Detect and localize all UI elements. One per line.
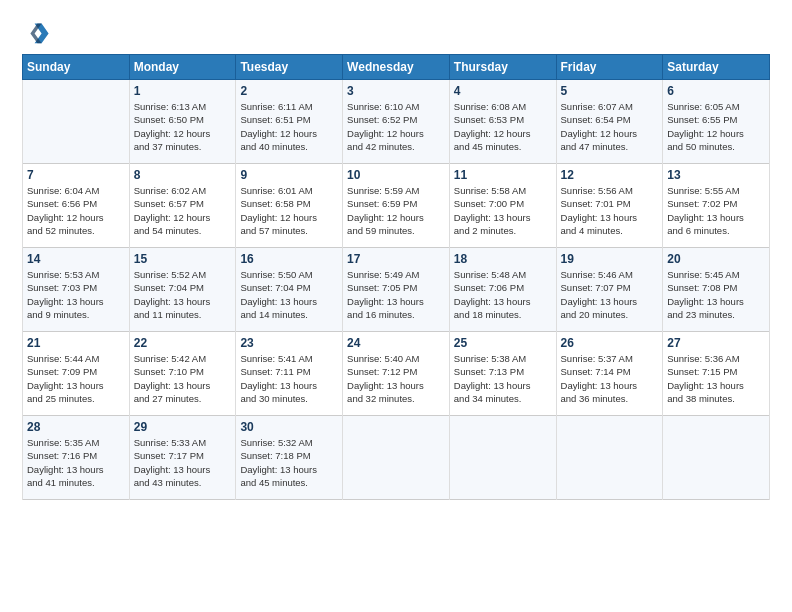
calendar-cell: 9Sunrise: 6:01 AM Sunset: 6:58 PM Daylig… [236,164,343,248]
calendar-cell: 22Sunrise: 5:42 AM Sunset: 7:10 PM Dayli… [129,332,236,416]
calendar-cell: 24Sunrise: 5:40 AM Sunset: 7:12 PM Dayli… [343,332,450,416]
day-info: Sunrise: 5:44 AM Sunset: 7:09 PM Dayligh… [27,352,125,405]
day-number: 2 [240,84,338,98]
day-info: Sunrise: 5:52 AM Sunset: 7:04 PM Dayligh… [134,268,232,321]
day-info: Sunrise: 5:49 AM Sunset: 7:05 PM Dayligh… [347,268,445,321]
day-number: 5 [561,84,659,98]
calendar-cell: 1Sunrise: 6:13 AM Sunset: 6:50 PM Daylig… [129,80,236,164]
day-number: 23 [240,336,338,350]
day-number: 28 [27,420,125,434]
logo [22,18,54,46]
week-row-4: 28Sunrise: 5:35 AM Sunset: 7:16 PM Dayli… [23,416,770,500]
calendar-cell: 3Sunrise: 6:10 AM Sunset: 6:52 PM Daylig… [343,80,450,164]
calendar-cell: 28Sunrise: 5:35 AM Sunset: 7:16 PM Dayli… [23,416,130,500]
day-number: 25 [454,336,552,350]
day-info: Sunrise: 5:58 AM Sunset: 7:00 PM Dayligh… [454,184,552,237]
calendar-cell: 25Sunrise: 5:38 AM Sunset: 7:13 PM Dayli… [449,332,556,416]
day-info: Sunrise: 6:05 AM Sunset: 6:55 PM Dayligh… [667,100,765,153]
day-info: Sunrise: 5:38 AM Sunset: 7:13 PM Dayligh… [454,352,552,405]
day-info: Sunrise: 5:32 AM Sunset: 7:18 PM Dayligh… [240,436,338,489]
day-info: Sunrise: 6:11 AM Sunset: 6:51 PM Dayligh… [240,100,338,153]
calendar-cell: 2Sunrise: 6:11 AM Sunset: 6:51 PM Daylig… [236,80,343,164]
header-cell-monday: Monday [129,55,236,80]
header-cell-wednesday: Wednesday [343,55,450,80]
day-info: Sunrise: 6:07 AM Sunset: 6:54 PM Dayligh… [561,100,659,153]
week-row-3: 21Sunrise: 5:44 AM Sunset: 7:09 PM Dayli… [23,332,770,416]
day-info: Sunrise: 5:40 AM Sunset: 7:12 PM Dayligh… [347,352,445,405]
calendar-cell [556,416,663,500]
header-cell-sunday: Sunday [23,55,130,80]
calendar-cell [449,416,556,500]
calendar-cell: 10Sunrise: 5:59 AM Sunset: 6:59 PM Dayli… [343,164,450,248]
day-number: 11 [454,168,552,182]
calendar-cell [663,416,770,500]
calendar-cell: 18Sunrise: 5:48 AM Sunset: 7:06 PM Dayli… [449,248,556,332]
calendar-header: SundayMondayTuesdayWednesdayThursdayFrid… [23,55,770,80]
day-number: 6 [667,84,765,98]
calendar-cell: 29Sunrise: 5:33 AM Sunset: 7:17 PM Dayli… [129,416,236,500]
calendar-cell: 19Sunrise: 5:46 AM Sunset: 7:07 PM Dayli… [556,248,663,332]
calendar-body: 1Sunrise: 6:13 AM Sunset: 6:50 PM Daylig… [23,80,770,500]
header-cell-tuesday: Tuesday [236,55,343,80]
calendar-cell: 4Sunrise: 6:08 AM Sunset: 6:53 PM Daylig… [449,80,556,164]
calendar-cell: 7Sunrise: 6:04 AM Sunset: 6:56 PM Daylig… [23,164,130,248]
day-number: 7 [27,168,125,182]
day-info: Sunrise: 6:13 AM Sunset: 6:50 PM Dayligh… [134,100,232,153]
calendar-cell: 23Sunrise: 5:41 AM Sunset: 7:11 PM Dayli… [236,332,343,416]
day-info: Sunrise: 5:41 AM Sunset: 7:11 PM Dayligh… [240,352,338,405]
day-info: Sunrise: 5:55 AM Sunset: 7:02 PM Dayligh… [667,184,765,237]
day-number: 10 [347,168,445,182]
calendar-cell: 26Sunrise: 5:37 AM Sunset: 7:14 PM Dayli… [556,332,663,416]
calendar-cell: 27Sunrise: 5:36 AM Sunset: 7:15 PM Dayli… [663,332,770,416]
day-number: 8 [134,168,232,182]
header-cell-thursday: Thursday [449,55,556,80]
day-number: 29 [134,420,232,434]
day-number: 26 [561,336,659,350]
calendar-cell [23,80,130,164]
calendar-cell: 6Sunrise: 6:05 AM Sunset: 6:55 PM Daylig… [663,80,770,164]
day-number: 17 [347,252,445,266]
day-number: 21 [27,336,125,350]
header [22,18,770,46]
logo-icon [22,18,50,46]
day-info: Sunrise: 5:33 AM Sunset: 7:17 PM Dayligh… [134,436,232,489]
calendar-cell: 13Sunrise: 5:55 AM Sunset: 7:02 PM Dayli… [663,164,770,248]
calendar-cell: 17Sunrise: 5:49 AM Sunset: 7:05 PM Dayli… [343,248,450,332]
day-info: Sunrise: 5:50 AM Sunset: 7:04 PM Dayligh… [240,268,338,321]
day-number: 4 [454,84,552,98]
calendar-cell: 14Sunrise: 5:53 AM Sunset: 7:03 PM Dayli… [23,248,130,332]
day-info: Sunrise: 5:35 AM Sunset: 7:16 PM Dayligh… [27,436,125,489]
header-cell-friday: Friday [556,55,663,80]
day-info: Sunrise: 6:10 AM Sunset: 6:52 PM Dayligh… [347,100,445,153]
header-row: SundayMondayTuesdayWednesdayThursdayFrid… [23,55,770,80]
day-number: 9 [240,168,338,182]
calendar-cell: 30Sunrise: 5:32 AM Sunset: 7:18 PM Dayli… [236,416,343,500]
day-info: Sunrise: 5:36 AM Sunset: 7:15 PM Dayligh… [667,352,765,405]
day-number: 27 [667,336,765,350]
calendar-cell [343,416,450,500]
day-number: 15 [134,252,232,266]
week-row-1: 7Sunrise: 6:04 AM Sunset: 6:56 PM Daylig… [23,164,770,248]
calendar-cell: 5Sunrise: 6:07 AM Sunset: 6:54 PM Daylig… [556,80,663,164]
day-number: 30 [240,420,338,434]
day-number: 16 [240,252,338,266]
day-info: Sunrise: 5:56 AM Sunset: 7:01 PM Dayligh… [561,184,659,237]
day-number: 3 [347,84,445,98]
calendar-cell: 15Sunrise: 5:52 AM Sunset: 7:04 PM Dayli… [129,248,236,332]
day-info: Sunrise: 5:45 AM Sunset: 7:08 PM Dayligh… [667,268,765,321]
calendar-cell: 8Sunrise: 6:02 AM Sunset: 6:57 PM Daylig… [129,164,236,248]
calendar-cell: 12Sunrise: 5:56 AM Sunset: 7:01 PM Dayli… [556,164,663,248]
calendar-cell: 16Sunrise: 5:50 AM Sunset: 7:04 PM Dayli… [236,248,343,332]
day-number: 1 [134,84,232,98]
day-number: 24 [347,336,445,350]
page: SundayMondayTuesdayWednesdayThursdayFrid… [0,0,792,512]
day-number: 20 [667,252,765,266]
week-row-0: 1Sunrise: 6:13 AM Sunset: 6:50 PM Daylig… [23,80,770,164]
day-number: 22 [134,336,232,350]
day-info: Sunrise: 6:08 AM Sunset: 6:53 PM Dayligh… [454,100,552,153]
day-number: 14 [27,252,125,266]
day-info: Sunrise: 6:04 AM Sunset: 6:56 PM Dayligh… [27,184,125,237]
day-info: Sunrise: 5:42 AM Sunset: 7:10 PM Dayligh… [134,352,232,405]
day-info: Sunrise: 5:59 AM Sunset: 6:59 PM Dayligh… [347,184,445,237]
day-info: Sunrise: 6:02 AM Sunset: 6:57 PM Dayligh… [134,184,232,237]
